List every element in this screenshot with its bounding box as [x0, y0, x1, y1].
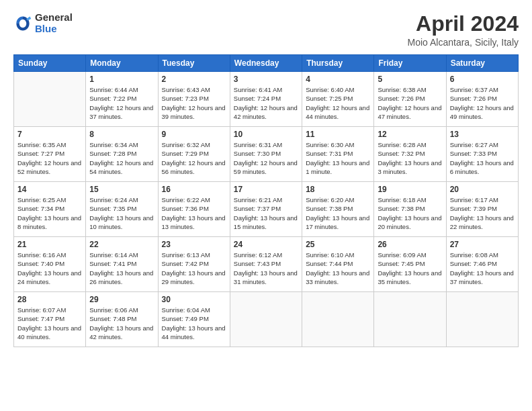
weekday-header-wednesday: Wednesday: [230, 55, 302, 72]
weekday-header-monday: Monday: [86, 55, 158, 72]
calendar-cell: 8Sunrise: 6:34 AMSunset: 7:28 PMDaylight…: [86, 127, 158, 182]
calendar-cell: 12Sunrise: 6:28 AMSunset: 7:32 PMDayligh…: [374, 127, 446, 182]
weekday-header-row: SundayMondayTuesdayWednesdayThursdayFrid…: [14, 55, 519, 72]
calendar-cell: 30Sunrise: 6:04 AMSunset: 7:49 PMDayligh…: [158, 292, 230, 347]
calendar-cell: 25Sunrise: 6:10 AMSunset: 7:44 PMDayligh…: [302, 237, 374, 292]
calendar-table: SundayMondayTuesdayWednesdayThursdayFrid…: [13, 54, 519, 347]
sun-info: Sunrise: 6:21 AMSunset: 7:37 PMDaylight:…: [234, 195, 298, 231]
page: General Blue April 2024 Moio Alcantara, …: [0, 0, 532, 411]
week-row-1: 1Sunrise: 6:44 AMSunset: 7:22 PMDaylight…: [14, 72, 519, 127]
calendar-cell: 27Sunrise: 6:08 AMSunset: 7:46 PMDayligh…: [446, 237, 518, 292]
calendar-cell: 7Sunrise: 6:35 AMSunset: 7:27 PMDaylight…: [14, 127, 86, 182]
logo-text: General Blue: [35, 12, 73, 34]
day-number: 11: [306, 130, 370, 139]
calendar-cell: [302, 292, 374, 347]
week-row-2: 7Sunrise: 6:35 AMSunset: 7:27 PMDaylight…: [14, 127, 519, 182]
calendar-cell: 24Sunrise: 6:12 AMSunset: 7:43 PMDayligh…: [230, 237, 302, 292]
calendar-cell: 16Sunrise: 6:22 AMSunset: 7:36 PMDayligh…: [158, 182, 230, 237]
day-number: 23: [162, 240, 226, 249]
day-number: 13: [450, 130, 515, 139]
location: Moio Alcantara, Sicily, Italy: [408, 37, 519, 48]
calendar-cell: 2Sunrise: 6:43 AMSunset: 7:23 PMDaylight…: [158, 72, 230, 127]
sun-info: Sunrise: 6:18 AMSunset: 7:38 PMDaylight:…: [378, 195, 442, 231]
weekday-header-saturday: Saturday: [446, 55, 518, 72]
sun-info: Sunrise: 6:04 AMSunset: 7:49 PMDaylight:…: [162, 306, 226, 341]
day-number: 24: [234, 240, 298, 249]
calendar-cell: 14Sunrise: 6:25 AMSunset: 7:34 PMDayligh…: [14, 182, 86, 237]
calendar-cell: [230, 292, 302, 347]
sun-info: Sunrise: 6:10 AMSunset: 7:44 PMDaylight:…: [306, 250, 370, 286]
week-row-3: 14Sunrise: 6:25 AMSunset: 7:34 PMDayligh…: [14, 182, 519, 237]
calendar-cell: 1Sunrise: 6:44 AMSunset: 7:22 PMDaylight…: [86, 72, 158, 127]
calendar-cell: [14, 72, 86, 127]
logo-blue-text: Blue: [35, 24, 73, 35]
sun-info: Sunrise: 6:38 AMSunset: 7:26 PMDaylight:…: [378, 85, 442, 121]
day-number: 7: [17, 130, 82, 139]
calendar-cell: 5Sunrise: 6:38 AMSunset: 7:26 PMDaylight…: [374, 72, 446, 127]
calendar-cell: 4Sunrise: 6:40 AMSunset: 7:25 PMDaylight…: [302, 72, 374, 127]
logo-general-text: General: [35, 12, 73, 24]
sun-info: Sunrise: 6:35 AMSunset: 7:27 PMDaylight:…: [17, 140, 82, 176]
sun-info: Sunrise: 6:13 AMSunset: 7:42 PMDaylight:…: [162, 250, 226, 286]
day-number: 15: [89, 185, 154, 194]
day-number: 3: [234, 75, 298, 84]
calendar-cell: 29Sunrise: 6:06 AMSunset: 7:48 PMDayligh…: [86, 292, 158, 347]
sun-info: Sunrise: 6:31 AMSunset: 7:30 PMDaylight:…: [234, 140, 298, 176]
day-number: 18: [306, 185, 370, 194]
day-number: 16: [162, 185, 226, 194]
sun-info: Sunrise: 6:37 AMSunset: 7:26 PMDaylight:…: [450, 85, 515, 121]
day-number: 29: [89, 295, 154, 304]
calendar-cell: 13Sunrise: 6:27 AMSunset: 7:33 PMDayligh…: [446, 127, 518, 182]
day-number: 6: [450, 75, 515, 84]
calendar-cell: 26Sunrise: 6:09 AMSunset: 7:45 PMDayligh…: [374, 237, 446, 292]
sun-info: Sunrise: 6:41 AMSunset: 7:24 PMDaylight:…: [234, 85, 298, 121]
sun-info: Sunrise: 6:06 AMSunset: 7:48 PMDaylight:…: [89, 306, 154, 341]
day-number: 14: [17, 185, 82, 194]
day-number: 8: [89, 130, 154, 139]
calendar-cell: 19Sunrise: 6:18 AMSunset: 7:38 PMDayligh…: [374, 182, 446, 237]
logo-icon: [13, 14, 32, 33]
calendar-cell: 21Sunrise: 6:16 AMSunset: 7:40 PMDayligh…: [14, 237, 86, 292]
day-number: 28: [17, 295, 82, 304]
calendar-cell: 6Sunrise: 6:37 AMSunset: 7:26 PMDaylight…: [446, 72, 518, 127]
day-number: 19: [378, 185, 442, 194]
day-number: 27: [450, 240, 515, 249]
calendar-cell: 20Sunrise: 6:17 AMSunset: 7:39 PMDayligh…: [446, 182, 518, 237]
day-number: 25: [306, 240, 370, 249]
sun-info: Sunrise: 6:30 AMSunset: 7:31 PMDaylight:…: [306, 140, 370, 176]
week-row-5: 28Sunrise: 6:07 AMSunset: 7:47 PMDayligh…: [14, 292, 519, 347]
calendar-cell: 18Sunrise: 6:20 AMSunset: 7:38 PMDayligh…: [302, 182, 374, 237]
calendar-cell: 11Sunrise: 6:30 AMSunset: 7:31 PMDayligh…: [302, 127, 374, 182]
calendar-cell: [374, 292, 446, 347]
sun-info: Sunrise: 6:34 AMSunset: 7:28 PMDaylight:…: [89, 140, 154, 176]
day-number: 5: [378, 75, 442, 84]
weekday-header-friday: Friday: [374, 55, 446, 72]
sun-info: Sunrise: 6:24 AMSunset: 7:35 PMDaylight:…: [89, 195, 154, 231]
day-number: 10: [234, 130, 298, 139]
sun-info: Sunrise: 6:20 AMSunset: 7:38 PMDaylight:…: [306, 195, 370, 231]
sun-info: Sunrise: 6:07 AMSunset: 7:47 PMDaylight:…: [17, 306, 82, 341]
sun-info: Sunrise: 6:27 AMSunset: 7:33 PMDaylight:…: [450, 140, 515, 176]
sun-info: Sunrise: 6:16 AMSunset: 7:40 PMDaylight:…: [17, 250, 82, 286]
sun-info: Sunrise: 6:09 AMSunset: 7:45 PMDaylight:…: [378, 250, 442, 286]
calendar-cell: 15Sunrise: 6:24 AMSunset: 7:35 PMDayligh…: [86, 182, 158, 237]
calendar-cell: 9Sunrise: 6:32 AMSunset: 7:29 PMDaylight…: [158, 127, 230, 182]
sun-info: Sunrise: 6:44 AMSunset: 7:22 PMDaylight:…: [89, 85, 154, 121]
day-number: 4: [306, 75, 370, 84]
header: General Blue April 2024 Moio Alcantara, …: [13, 12, 519, 48]
day-number: 22: [89, 240, 154, 249]
day-number: 26: [378, 240, 442, 249]
month-title: April 2024: [408, 12, 519, 36]
weekday-header-tuesday: Tuesday: [158, 55, 230, 72]
sun-info: Sunrise: 6:12 AMSunset: 7:43 PMDaylight:…: [234, 250, 298, 286]
sun-info: Sunrise: 6:14 AMSunset: 7:41 PMDaylight:…: [89, 250, 154, 286]
sun-info: Sunrise: 6:25 AMSunset: 7:34 PMDaylight:…: [17, 195, 82, 231]
day-number: 21: [17, 240, 82, 249]
sun-info: Sunrise: 6:40 AMSunset: 7:25 PMDaylight:…: [306, 85, 370, 121]
day-number: 30: [162, 295, 226, 304]
sun-info: Sunrise: 6:08 AMSunset: 7:46 PMDaylight:…: [450, 250, 515, 286]
weekday-header-sunday: Sunday: [14, 55, 86, 72]
sun-info: Sunrise: 6:28 AMSunset: 7:32 PMDaylight:…: [378, 140, 442, 176]
day-number: 2: [162, 75, 226, 84]
calendar-cell: 23Sunrise: 6:13 AMSunset: 7:42 PMDayligh…: [158, 237, 230, 292]
